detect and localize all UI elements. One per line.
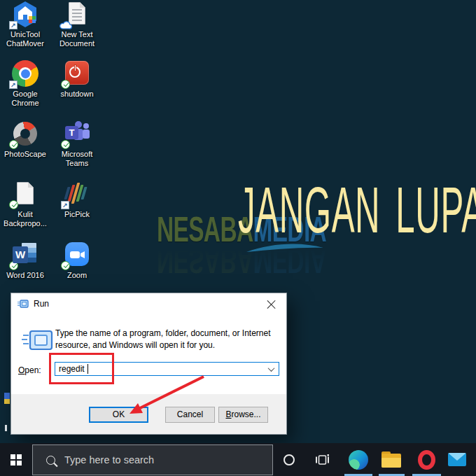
obscured-desktop-icon-fragment xyxy=(4,393,10,404)
task-view-button[interactable] xyxy=(313,443,331,476)
desktop-icon-label: Kulit Backpropo... xyxy=(0,210,50,228)
cortana-icon xyxy=(284,454,295,465)
opera-icon xyxy=(418,450,435,470)
desktop-icon-label: Microsoft Teams xyxy=(52,150,102,168)
desktop-icon-label: UnicTool ChatMover xyxy=(0,30,50,48)
sync-check-icon xyxy=(61,80,70,89)
taskbar-app-mail[interactable] xyxy=(446,443,468,476)
chevron-down-icon xyxy=(267,365,274,372)
mail-icon xyxy=(448,453,466,466)
dialog-description: Type the name of a program, folder, docu… xyxy=(55,328,284,351)
run-dialog-titlebar[interactable]: Run xyxy=(11,293,286,314)
shortcut-arrow-icon: ↗ xyxy=(9,80,18,89)
close-icon xyxy=(267,299,276,308)
file-explorer-icon xyxy=(382,451,401,468)
desktop-icon-google-chrome[interactable]: ↗ Google Chrome xyxy=(0,60,50,108)
dialog-title: Run xyxy=(34,299,49,309)
taskbar-app-file-explorer[interactable] xyxy=(380,443,402,476)
run-window-icon xyxy=(18,299,29,309)
sync-check-icon xyxy=(9,200,18,209)
shortcut-arrow-icon: ↗ xyxy=(9,21,18,29)
search-icon xyxy=(46,456,55,465)
desktop-icon-label: Word 2016 xyxy=(0,271,50,280)
desktop-icon-label: Zoom xyxy=(52,271,102,280)
text-document-icon xyxy=(63,1,91,27)
sync-check-icon xyxy=(61,140,70,149)
desktop-icon-new-text-document[interactable]: New Text Document xyxy=(52,1,102,48)
desktop-icon-label: PicPick xyxy=(52,210,102,219)
desktop: NESABAMEDIA NESABAMEDIA JANGAN LUPA ↗ Un… xyxy=(0,0,476,476)
desktop-icon-label: PhotoScape xyxy=(0,150,50,159)
desktop-icon-photoscape[interactable]: PhotoScape xyxy=(0,120,50,159)
close-button[interactable] xyxy=(255,293,286,314)
start-button[interactable] xyxy=(0,443,32,476)
search-input[interactable] xyxy=(64,454,272,465)
annotation-highlight-rectangle xyxy=(49,353,114,384)
desktop-icon-unictool-chatmover[interactable]: ↗ UnicTool ChatMover xyxy=(0,1,50,48)
desktop-icon-zoom[interactable]: Zoom xyxy=(52,241,102,280)
shutdown-icon xyxy=(63,60,91,87)
wallpaper-text: JANGAN LUPA xyxy=(238,172,476,248)
teams-icon: T xyxy=(63,120,91,147)
desktop-icon-picpick[interactable]: ↗ PicPick xyxy=(52,181,102,219)
taskbar xyxy=(0,443,476,476)
cloud-sync-icon xyxy=(59,20,72,29)
desktop-icon-shutdown[interactable]: shutdown xyxy=(52,60,102,99)
cortana-button[interactable] xyxy=(280,443,298,476)
photoscape-icon xyxy=(11,120,39,147)
taskbar-search[interactable] xyxy=(32,444,273,475)
document-icon xyxy=(11,181,39,207)
desktop-icon-microsoft-teams[interactable]: T Microsoft Teams xyxy=(52,120,102,168)
chrome-icon: ↗ xyxy=(11,60,39,87)
desktop-icon-label: New Text Document xyxy=(52,30,102,48)
taskbar-app-opera[interactable] xyxy=(415,443,438,476)
task-view-icon xyxy=(314,454,330,466)
run-window-icon-large xyxy=(22,328,54,355)
desktop-icon-label: Google Chrome xyxy=(0,90,50,108)
open-label: Open: xyxy=(18,365,41,375)
annotation-arrow-icon xyxy=(125,371,210,419)
desktop-icon-label: shutdown xyxy=(52,90,102,99)
word-icon: W xyxy=(11,241,39,268)
sync-check-icon xyxy=(61,261,70,270)
obscured-desktop-icon-fragment xyxy=(5,425,7,431)
sync-check-icon xyxy=(9,140,18,149)
picpick-icon: ↗ xyxy=(63,181,91,207)
desktop-icon-word-2016[interactable]: W Word 2016 xyxy=(0,241,50,280)
desktop-icon-kulit-backpropo[interactable]: Kulit Backpropo... xyxy=(0,181,50,228)
browse-button[interactable]: Browse... xyxy=(218,407,268,423)
unictool-chatmover-icon: ↗ xyxy=(11,1,39,27)
combo-dropdown-button[interactable] xyxy=(265,363,276,375)
windows-logo-icon xyxy=(10,454,22,465)
edge-icon xyxy=(349,450,368,470)
taskbar-app-edge[interactable] xyxy=(347,443,370,476)
shortcut-arrow-icon: ↗ xyxy=(61,201,69,209)
zoom-icon xyxy=(63,241,91,268)
